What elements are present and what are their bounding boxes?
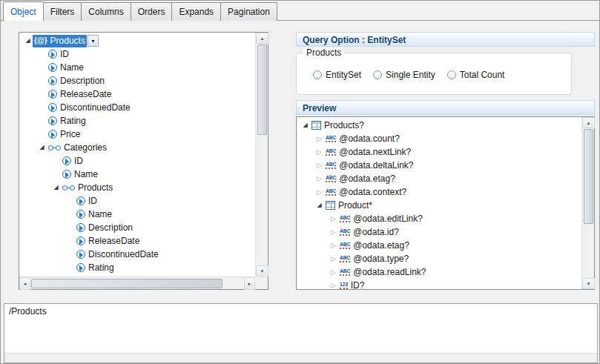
tree-item-odata-etag[interactable]: ▷ABC@odata.etag? — [297, 172, 581, 185]
expand-arrow-icon[interactable]: ▷ — [314, 159, 324, 172]
tree-item-content[interactable]: Product* — [324, 199, 374, 212]
tree-item-odata-nextlink[interactable]: ▷ABC@odata.nextLink? — [297, 145, 581, 159]
tab-orders[interactable]: Orders — [131, 2, 173, 21]
tree-item-content[interactable]: ReleaseDate — [47, 88, 113, 101]
collapse-arrow-icon[interactable]: ◢ — [37, 141, 47, 154]
scrollbar-thumb[interactable] — [31, 279, 222, 288]
tree-item-price[interactable]: Price — [19, 128, 255, 141]
tree-item-odata-type[interactable]: ▷ABC@odata.type? — [297, 252, 581, 265]
tree-item-discontinueddate[interactable]: DiscontinuedDate — [19, 248, 255, 261]
tree-item-content[interactable]: {@}Products — [33, 35, 87, 47]
scrollbar-thumb[interactable] — [257, 44, 267, 135]
tree-item-id[interactable]: ID — [19, 194, 255, 208]
tree-item-content[interactable]: Price — [47, 128, 82, 141]
tree-item-content[interactable]: ABC@odata.type? — [338, 253, 410, 265]
tree-item-description[interactable]: Description — [19, 74, 255, 87]
expand-arrow-icon[interactable]: ▷ — [329, 239, 338, 252]
tree-item-content[interactable]: ID — [47, 48, 70, 61]
tree-item-content[interactable]: ABC@odata.etag? — [338, 239, 411, 252]
scroll-right-icon[interactable]: ► — [244, 277, 255, 290]
expression-input[interactable]: /Products — [4, 303, 598, 363]
tree-item-content[interactable]: Rating — [47, 115, 88, 128]
tree-item-product[interactable]: ◢Product* — [297, 199, 581, 212]
scroll-left-icon[interactable]: ◄ — [19, 277, 30, 290]
tree-item-content[interactable]: Name — [47, 62, 85, 74]
collapse-arrow-icon[interactable]: ◢ — [314, 199, 324, 212]
tree-item-discontinueddate[interactable]: DiscontinuedDate — [19, 101, 255, 114]
radio-button-icon[interactable] — [373, 70, 382, 79]
tree-item-content[interactable]: ABC@odata.id? — [338, 226, 400, 239]
tree-item-content[interactable]: Description — [75, 222, 134, 234]
preview-vertical-scrollbar[interactable]: ▲ ▼ — [581, 117, 594, 289]
tree-item-content[interactable]: Description — [47, 75, 106, 87]
expand-arrow-icon[interactable]: ▷ — [329, 265, 338, 279]
tree-item-description[interactable]: Description — [19, 221, 255, 234]
tree-item-content[interactable]: ABC@odata.editLink? — [338, 213, 424, 225]
scroll-down-icon[interactable]: ▼ — [256, 265, 268, 277]
tree-item-odata-context[interactable]: ▷ABC@odata.context? — [297, 185, 581, 199]
expand-arrow-icon[interactable]: ▷ — [314, 185, 324, 199]
radio-button-icon[interactable] — [447, 70, 456, 79]
tree-item-name[interactable]: Name — [19, 208, 255, 221]
tree-item-id[interactable]: ID — [19, 47, 255, 61]
tree-item-content[interactable]: DiscontinuedDate — [75, 248, 160, 261]
tree-item-content[interactable]: 123ID? — [338, 279, 366, 290]
collapse-arrow-icon[interactable]: ◢ — [300, 119, 310, 132]
scroll-down-icon[interactable]: ▼ — [582, 278, 595, 289]
expand-arrow-icon[interactable]: ▷ — [314, 145, 324, 159]
tree-item-content[interactable]: ID — [75, 195, 99, 208]
tree-item-products[interactable]: ◢Products — [19, 181, 255, 194]
tree-item-releasedate[interactable]: ReleaseDate — [19, 87, 255, 101]
tree-item-content[interactable]: Name — [61, 168, 99, 181]
tree-item-content[interactable]: Products — [61, 182, 114, 194]
expand-arrow-icon[interactable]: ▷ — [329, 225, 338, 239]
collapse-arrow-icon[interactable]: ◢ — [51, 181, 61, 194]
tree-item-odata-etag[interactable]: ▷ABC@odata.etag? — [297, 239, 581, 252]
tree-item-odata-readlink[interactable]: ▷ABC@odata.readLink? — [297, 265, 581, 279]
radio-option-total-count[interactable]: Total Count — [447, 70, 505, 80]
tree-item-categories[interactable]: ◢Categories — [19, 141, 255, 154]
tree-item-content[interactable]: ABC@odata.etag? — [324, 173, 397, 185]
tree-item-content[interactable]: Rating — [75, 262, 116, 274]
object-tree-horizontal-scrollbar[interactable]: ◄ ► — [19, 277, 255, 289]
tree-item-name[interactable]: Name — [19, 61, 255, 74]
tree-item-odata-deltalink[interactable]: ▷ABC@odata.deltaLink? — [297, 159, 581, 172]
tree-item-rating[interactable]: Rating — [19, 261, 255, 274]
radio-button-icon[interactable] — [313, 70, 322, 79]
tree-item-content[interactable]: Products? — [310, 119, 366, 132]
radio-option-single-entity[interactable]: Single Entity — [373, 70, 435, 80]
tree-item-id[interactable]: ID — [19, 154, 255, 168]
tab-expands[interactable]: Expands — [171, 2, 221, 21]
tree-item-content[interactable]: DiscontinuedDate — [47, 102, 132, 114]
tree-item-odata-editlink[interactable]: ▷ABC@odata.editLink? — [297, 212, 581, 225]
tree-item-content[interactable]: ReleaseDate — [75, 235, 141, 248]
scrollbar-thumb[interactable] — [584, 129, 593, 224]
object-tree-vertical-scrollbar[interactable]: ▲ ▼ — [255, 33, 268, 277]
tree-item-name[interactable]: Name — [19, 168, 255, 181]
tab-pagination[interactable]: Pagination — [220, 2, 277, 21]
tree-item-odata-count[interactable]: ▷ABC@odata.count? — [297, 132, 581, 145]
tab-filters[interactable]: Filters — [43, 2, 82, 21]
tree-item-content[interactable]: ID — [61, 155, 85, 168]
tree-item-rating[interactable]: Rating — [19, 114, 255, 128]
expand-arrow-icon[interactable]: ▷ — [314, 172, 324, 185]
tree-item-content[interactable]: ABC@odata.readLink? — [338, 266, 428, 279]
tree-item-content[interactable]: ABC@odata.context? — [324, 186, 408, 199]
tree-item-content[interactable]: ABC@odata.count? — [324, 133, 401, 145]
radio-option-entityset[interactable]: EntitySet — [313, 70, 361, 80]
tree-item-products[interactable]: ◢Products? — [297, 119, 581, 132]
tree-item-content[interactable]: Categories — [47, 142, 108, 154]
expand-arrow-icon[interactable]: ▷ — [314, 132, 324, 145]
tree-item-content[interactable]: Name — [75, 208, 113, 221]
scroll-up-icon[interactable]: ▲ — [256, 33, 268, 44]
expand-arrow-icon[interactable]: ▷ — [329, 252, 338, 265]
tree-item-content[interactable]: ABC@odata.deltaLink? — [324, 159, 415, 172]
tree-item-id[interactable]: ▷123ID? — [297, 279, 581, 289]
dropdown-button[interactable]: ▾ — [88, 35, 99, 47]
tab-object[interactable]: Object — [3, 1, 44, 21]
tree-item-releasedate[interactable]: ReleaseDate — [19, 234, 255, 248]
expression-horizontal-scrollbar[interactable] — [4, 353, 597, 363]
expand-arrow-icon[interactable]: ▷ — [329, 212, 338, 225]
tab-columns[interactable]: Columns — [81, 2, 131, 21]
collapse-arrow-icon[interactable]: ◢ — [23, 34, 33, 47]
